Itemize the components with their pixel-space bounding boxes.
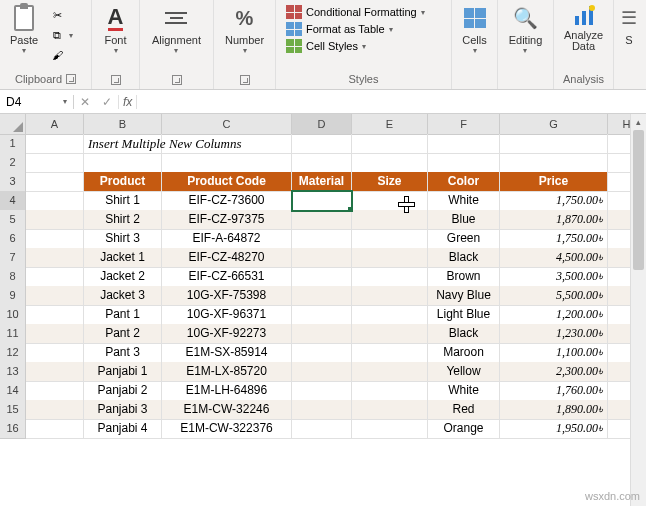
cell[interactable] (162, 134, 292, 154)
row-header[interactable]: 1 (0, 134, 26, 154)
row-header[interactable]: 5 (0, 210, 26, 230)
price-cell[interactable]: 1,200.00৳ (500, 305, 608, 325)
title-cell[interactable]: Insert Multiple New Columns (84, 134, 162, 154)
product-cell[interactable]: Panjabi 4 (84, 419, 162, 439)
code-cell[interactable]: E1M-SX-85914 (162, 343, 292, 363)
code-cell[interactable]: E1M-LX-85720 (162, 362, 292, 382)
cell[interactable] (26, 248, 84, 268)
material-cell[interactable] (292, 324, 352, 344)
material-cell[interactable] (292, 229, 352, 249)
select-all-button[interactable] (0, 114, 26, 135)
row-header[interactable]: 15 (0, 400, 26, 420)
format-as-table-button[interactable]: Format as Table▾ (284, 21, 427, 37)
color-cell[interactable]: Light Blue (428, 305, 500, 325)
row-header[interactable]: 6 (0, 229, 26, 249)
header-cell[interactable]: Size (352, 172, 428, 192)
price-cell[interactable]: 4,500.00৳ (500, 248, 608, 268)
cell[interactable] (26, 400, 84, 420)
code-cell[interactable]: EIF-CZ-66531 (162, 267, 292, 287)
row-header[interactable]: 16 (0, 419, 26, 439)
size-cell[interactable] (352, 248, 428, 268)
size-cell[interactable] (352, 210, 428, 230)
analyze-data-button[interactable]: Analyze Data (558, 2, 609, 54)
fx-button[interactable]: fx (118, 95, 137, 109)
price-cell[interactable]: 3,500.00৳ (500, 267, 608, 287)
scroll-up-button[interactable]: ▴ (631, 114, 646, 130)
cell[interactable] (292, 134, 352, 154)
product-cell[interactable]: Panjabi 2 (84, 381, 162, 401)
scroll-thumb[interactable] (633, 130, 644, 270)
row-header[interactable]: 9 (0, 286, 26, 306)
header-cell[interactable]: Price (500, 172, 608, 192)
row-header[interactable]: 3 (0, 172, 26, 192)
header-cell[interactable]: Product Code (162, 172, 292, 192)
color-cell[interactable]: White (428, 381, 500, 401)
price-cell[interactable]: 1,950.00৳ (500, 419, 608, 439)
material-cell[interactable] (292, 400, 352, 420)
cell[interactable] (26, 324, 84, 344)
header-cell[interactable]: Color (428, 172, 500, 192)
cell[interactable] (26, 343, 84, 363)
enter-formula-button[interactable]: ✓ (96, 95, 118, 109)
cell[interactable] (26, 419, 84, 439)
col-header[interactable]: F (428, 114, 500, 135)
product-cell[interactable]: Jacket 3 (84, 286, 162, 306)
size-cell[interactable] (352, 267, 428, 287)
row-header[interactable]: 11 (0, 324, 26, 344)
size-cell[interactable] (352, 362, 428, 382)
dialog-launcher[interactable] (111, 75, 121, 85)
format-painter-button[interactable]: 🖌 (46, 46, 76, 64)
cell-styles-button[interactable]: Cell Styles▾ (284, 38, 427, 54)
price-cell[interactable]: 1,760.00৳ (500, 381, 608, 401)
cell[interactable] (26, 362, 84, 382)
cell[interactable] (26, 210, 84, 230)
price-cell[interactable]: 2,300.00৳ (500, 362, 608, 382)
cell[interactable] (500, 153, 608, 173)
col-header[interactable]: E (352, 114, 428, 135)
product-cell[interactable]: Jacket 2 (84, 267, 162, 287)
color-cell[interactable]: Black (428, 248, 500, 268)
font-button[interactable]: A Font ▾ (96, 2, 136, 57)
cell[interactable] (428, 134, 500, 154)
size-cell[interactable] (352, 324, 428, 344)
price-cell[interactable]: 1,750.00৳ (500, 229, 608, 249)
size-cell[interactable] (352, 400, 428, 420)
color-cell[interactable]: White (428, 191, 500, 211)
cells-button[interactable]: Cells ▾ (455, 2, 495, 57)
product-cell[interactable]: Shirt 3 (84, 229, 162, 249)
color-cell[interactable]: Maroon (428, 343, 500, 363)
code-cell[interactable]: EIF-A-64872 (162, 229, 292, 249)
code-cell[interactable]: 10G-XF-92273 (162, 324, 292, 344)
code-cell[interactable]: E1M-LH-64896 (162, 381, 292, 401)
code-cell[interactable]: E1M-CW-322376 (162, 419, 292, 439)
row-header[interactable]: 7 (0, 248, 26, 268)
material-cell[interactable] (292, 191, 352, 211)
size-cell[interactable] (352, 286, 428, 306)
color-cell[interactable]: Brown (428, 267, 500, 287)
cell[interactable] (26, 267, 84, 287)
material-cell[interactable] (292, 286, 352, 306)
product-cell[interactable]: Shirt 2 (84, 210, 162, 230)
cell[interactable] (352, 153, 428, 173)
row-header[interactable]: 14 (0, 381, 26, 401)
material-cell[interactable] (292, 305, 352, 325)
number-button[interactable]: % Number ▾ (219, 2, 270, 57)
size-cell[interactable] (352, 381, 428, 401)
material-cell[interactable] (292, 381, 352, 401)
cell[interactable] (84, 153, 162, 173)
color-cell[interactable]: Green (428, 229, 500, 249)
size-cell[interactable] (352, 343, 428, 363)
product-cell[interactable]: Pant 3 (84, 343, 162, 363)
paste-button[interactable]: Paste ▾ (4, 2, 44, 57)
product-cell[interactable]: Pant 2 (84, 324, 162, 344)
cell[interactable] (26, 381, 84, 401)
color-cell[interactable]: Black (428, 324, 500, 344)
dialog-launcher[interactable] (66, 74, 76, 84)
price-cell[interactable]: 1,100.00৳ (500, 343, 608, 363)
dialog-launcher[interactable] (172, 75, 182, 85)
cell[interactable] (26, 172, 84, 192)
col-header[interactable]: A (26, 114, 84, 135)
cell[interactable] (26, 286, 84, 306)
code-cell[interactable]: EIF-CZ-97375 (162, 210, 292, 230)
alignment-button[interactable]: Alignment ▾ (146, 2, 207, 57)
